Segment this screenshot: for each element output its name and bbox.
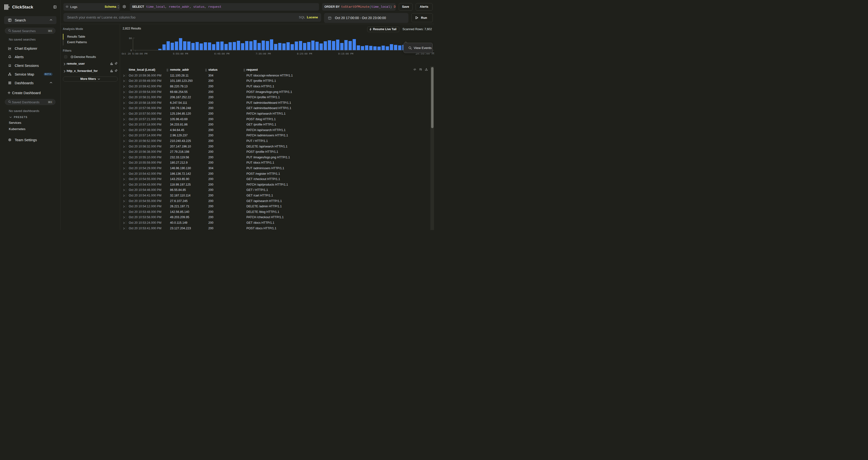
svg-text:8:25:00 PM: 8:25:00 PM: [297, 52, 312, 55]
svg-text:0: 0: [130, 49, 132, 52]
svg-text:7:35:00 PM: 7:35:00 PM: [255, 52, 271, 55]
svg-text:9:15:00 PM: 9:15:00 PM: [338, 52, 353, 55]
svg-text:Oct 20 5:00:00 PM: Oct 20 5:00:00 PM: [122, 52, 147, 55]
svg-text:6:45:00 PM: 6:45:00 PM: [214, 52, 229, 55]
svg-text:80: 80: [129, 37, 132, 40]
svg-text:1: 1: [329, 18, 330, 19]
svg-text:5:55:00 PM: 5:55:00 PM: [173, 52, 188, 55]
